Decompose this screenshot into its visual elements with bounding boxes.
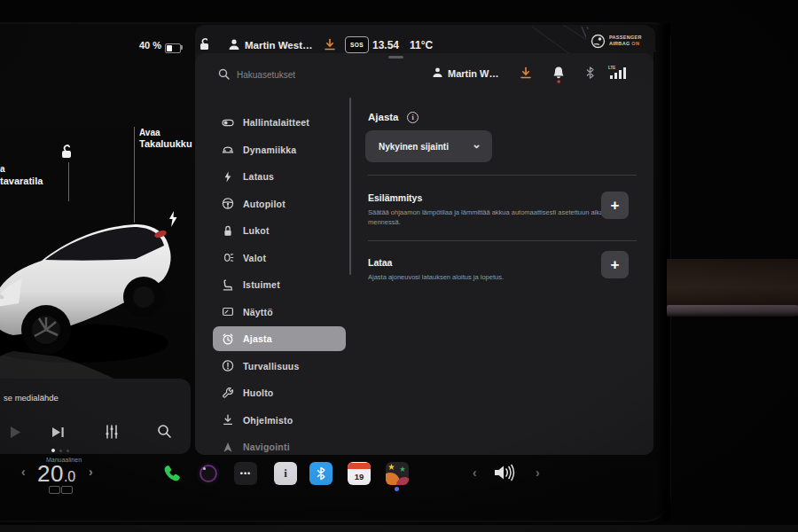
sidebar-scrollbar[interactable]	[349, 98, 351, 275]
volume-chevron-right-icon[interactable]: ›	[536, 466, 540, 480]
vent-icon[interactable]	[49, 486, 60, 494]
light-icon	[222, 251, 234, 264]
battery-icon-nub	[181, 45, 183, 50]
page-dot-active[interactable]	[51, 449, 55, 452]
passenger-airbag-badge: PASSENGER AIRBAG ON	[586, 27, 655, 54]
lock-icon	[222, 224, 234, 238]
navigation-icon	[222, 441, 234, 454]
dashboard-wood-trim	[667, 259, 798, 310]
search-input[interactable]: Hakuasetukset	[237, 70, 295, 80]
sidebar-item-software[interactable]: Ohjelmisto	[213, 408, 346, 433]
software-download-icon[interactable]	[324, 38, 336, 51]
add-charge-schedule-button[interactable]: +	[601, 251, 629, 278]
volume-icon[interactable]	[493, 464, 516, 481]
download-icon	[222, 413, 234, 426]
chevron-down-icon: ⌄	[472, 137, 481, 151]
alarm-clock-icon	[222, 332, 234, 346]
sidebar-item-autopilot[interactable]: Autopilot	[213, 192, 346, 216]
unlock-icon[interactable]	[59, 144, 74, 160]
equalizer-icon[interactable]	[104, 424, 120, 440]
calendar-day: 19	[355, 469, 364, 484]
trunk-pointer-line	[134, 127, 135, 223]
battery-percent: 40 %	[131, 40, 161, 51]
dashboard-lower-edge	[0, 525, 798, 532]
toggle-icon	[222, 116, 234, 129]
page-title: Ajasta	[368, 112, 399, 122]
battery-icon	[165, 43, 181, 53]
notifications-bell-icon[interactable]	[552, 66, 565, 83]
bluetooth-icon[interactable]	[585, 66, 595, 79]
media-search-icon[interactable]	[157, 424, 172, 439]
theater-app-icon[interactable]	[386, 462, 409, 485]
steering-wheel-icon	[222, 197, 234, 210]
airbag-state: ON	[631, 41, 639, 46]
preconditioning-title: Esilämmitys	[368, 192, 422, 203]
open-trunk-label-line1[interactable]: Avaa	[139, 128, 160, 137]
update-download-icon[interactable]	[520, 66, 532, 80]
driver-profile-icon[interactable]	[228, 38, 240, 51]
chevron-right-icon[interactable]: ›	[89, 465, 93, 479]
sidebar-item-display[interactable]: Näyttö	[213, 300, 346, 325]
profile-short-name[interactable]: Martin W…	[448, 68, 498, 79]
media-player-panel	[0, 379, 191, 454]
owners-manual-icon[interactable]: i	[274, 462, 297, 485]
play-icon[interactable]	[8, 425, 22, 440]
car-unlocked-icon[interactable]	[198, 37, 211, 51]
lte-signal-icon: LTE	[608, 66, 631, 80]
open-frunk-label-line1[interactable]: a	[0, 164, 5, 174]
charge-title: Lataa	[368, 257, 392, 268]
clock: 13.54	[372, 39, 399, 51]
search-icon	[218, 68, 230, 80]
outside-temperature: 11°C	[410, 39, 433, 51]
sidebar-item-dynamics[interactable]: Dynamiikka	[213, 137, 346, 162]
sidebar-item-controls[interactable]: Hallintalaitteet	[213, 110, 346, 135]
sidebar-item-locks[interactable]: Lukot	[213, 218, 346, 243]
info-icon[interactable]: i	[407, 112, 419, 123]
charge-port-icon[interactable]	[167, 210, 179, 228]
sidebar-item-schedule[interactable]: Ajasta	[213, 326, 346, 351]
chevron-left-icon[interactable]: ‹	[21, 465, 26, 479]
app-launcher-icon[interactable]: •••	[234, 462, 257, 485]
seat-icon	[222, 278, 234, 292]
charge-description: Ajasta ajoneuvosi latauksen aloitus ja l…	[368, 272, 638, 282]
vent-icon[interactable]	[61, 486, 73, 494]
open-trunk-label-line2[interactable]: Takaluukku	[139, 138, 192, 149]
driver-profile-name[interactable]: Martin West…	[245, 40, 312, 51]
location-dropdown[interactable]: Nykyinen sijainti ⌄	[365, 130, 492, 162]
sos-button[interactable]: SOS	[345, 36, 369, 53]
open-frunk-label-line2[interactable]: tavaratila	[0, 176, 43, 186]
cabin-temperature[interactable]: 20.0	[37, 460, 75, 488]
sidebar-item-charging[interactable]: Lataus	[213, 164, 346, 189]
add-preconditioning-button[interactable]: +	[601, 192, 629, 219]
sidebar-item-service[interactable]: Huolto	[213, 380, 346, 405]
bluetooth-app-icon[interactable]	[309, 462, 332, 485]
dashboard-trim-highlight	[667, 305, 798, 317]
preconditioning-description: Säätää ohjaamon lämpötilaa ja lämmittää …	[368, 207, 638, 227]
media-source-label[interactable]: se medialähde	[4, 393, 59, 403]
alert-circle-icon	[222, 359, 234, 372]
divider	[368, 175, 637, 176]
active-app-indicator	[395, 487, 399, 491]
camera-lens-app-icon[interactable]	[197, 462, 220, 485]
airbag-text-line2: AIRBAG	[609, 41, 630, 46]
calendar-app-icon[interactable]: 19	[348, 462, 371, 485]
next-track-icon[interactable]	[51, 425, 66, 440]
page-dot[interactable]	[59, 450, 62, 452]
panel-drag-handle[interactable]	[388, 56, 403, 59]
divider	[368, 240, 637, 241]
airbag-text-line1: PASSENGER	[609, 35, 642, 41]
vehicle-render	[0, 197, 180, 383]
airbag-icon	[591, 34, 606, 49]
phone-icon[interactable]	[162, 464, 182, 483]
sidebar-item-navigation[interactable]: Navigointi	[213, 434, 346, 459]
sidebar-item-lights[interactable]: Valot	[213, 246, 346, 270]
profile-icon[interactable]	[432, 66, 443, 79]
volume-chevron-left-icon[interactable]: ‹	[473, 466, 477, 480]
frunk-pointer-line	[68, 162, 69, 201]
tesla-dashboard-photo: a tavaratila Avaa Takaluukku 40 % Martin…	[0, 0, 798, 532]
sidebar-item-safety[interactable]: Turvallisuus	[213, 354, 346, 379]
sidebar-item-seats[interactable]: Istuimet	[213, 272, 346, 297]
network-type: LTE	[608, 66, 615, 70]
bolt-icon	[222, 170, 234, 184]
page-dot[interactable]	[66, 450, 69, 452]
